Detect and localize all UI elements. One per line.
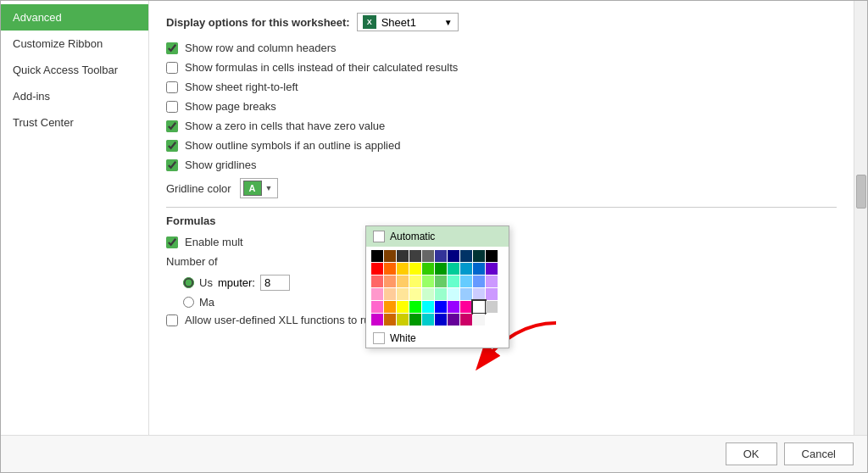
- color-cell[interactable]: [384, 275, 396, 287]
- color-cell[interactable]: [422, 301, 434, 313]
- color-cell[interactable]: [486, 314, 498, 326]
- color-cell[interactable]: [486, 301, 498, 313]
- color-cell[interactable]: [448, 263, 459, 275]
- checkbox-formulas-cells[interactable]: [166, 62, 178, 74]
- color-cell[interactable]: [397, 263, 409, 275]
- color-cell[interactable]: [473, 275, 485, 287]
- label-formulas-cells[interactable]: Show formulas in cells instead of their …: [185, 61, 458, 74]
- color-cell[interactable]: [435, 288, 447, 300]
- color-cell[interactable]: [460, 314, 472, 326]
- sidebar-item-add-ins[interactable]: Add-ins: [1, 83, 148, 109]
- sidebar-item-trust-center[interactable]: Trust Center: [1, 109, 148, 136]
- sidebar-item-customize-ribbon[interactable]: Customize Ribbon: [1, 31, 148, 57]
- color-cell[interactable]: [371, 301, 383, 313]
- color-cell[interactable]: [409, 314, 421, 326]
- checkbox-enable-multi[interactable]: [166, 236, 178, 248]
- sidebar-item-quick-access-toolbar[interactable]: Quick Access Toolbar: [1, 57, 148, 83]
- white-label: White: [390, 332, 416, 344]
- color-cell[interactable]: [409, 250, 421, 262]
- color-cell[interactable]: [486, 275, 498, 287]
- color-cell[interactable]: [409, 301, 421, 313]
- color-cell[interactable]: [448, 288, 459, 300]
- color-cell[interactable]: [486, 250, 498, 262]
- sidebar: Advanced Customize Ribbon Quick Access T…: [1, 1, 149, 435]
- gridline-color-picker-button[interactable]: A ▼: [240, 178, 278, 198]
- label-use-computer: Us: [199, 276, 213, 289]
- white-color-row[interactable]: White: [366, 329, 509, 348]
- label-zero-cells[interactable]: Show a zero in cells that have zero valu…: [185, 120, 385, 132]
- color-cell[interactable]: [435, 301, 447, 313]
- color-cell[interactable]: [397, 275, 409, 287]
- color-cell[interactable]: [371, 263, 383, 275]
- checkbox-outline-symbols[interactable]: [166, 140, 178, 152]
- color-cell[interactable]: [422, 250, 434, 262]
- color-cell[interactable]: [435, 314, 447, 326]
- color-cell[interactable]: [473, 301, 485, 313]
- color-picker-popup[interactable]: Automatic White: [365, 225, 509, 348]
- color-cell[interactable]: [448, 314, 459, 326]
- color-cell[interactable]: [397, 288, 409, 300]
- sidebar-item-advanced[interactable]: Advanced: [1, 4, 148, 31]
- color-cell[interactable]: [460, 288, 472, 300]
- color-cell[interactable]: [371, 250, 383, 262]
- color-cell[interactable]: [422, 263, 434, 275]
- color-cell[interactable]: [473, 250, 485, 262]
- label-right-to-left[interactable]: Show sheet right-to-left: [185, 81, 298, 93]
- color-cell[interactable]: [460, 263, 472, 275]
- cancel-button[interactable]: Cancel: [784, 442, 854, 465]
- color-cell[interactable]: [460, 250, 472, 262]
- color-cell[interactable]: [422, 275, 434, 287]
- radio-use-computer[interactable]: [183, 277, 194, 288]
- radio-manual[interactable]: [183, 297, 194, 308]
- color-cell[interactable]: [371, 288, 383, 300]
- checkbox-row-right-to-left: Show sheet right-to-left: [166, 81, 837, 93]
- scrollbar-thumb[interactable]: [856, 175, 866, 209]
- label-gridlines[interactable]: Show gridlines: [185, 159, 257, 171]
- color-cell[interactable]: [371, 275, 383, 287]
- checkbox-zero-cells[interactable]: [166, 120, 178, 132]
- color-cell[interactable]: [460, 301, 472, 313]
- color-cell[interactable]: [473, 263, 485, 275]
- color-cell[interactable]: [371, 314, 383, 326]
- color-cell[interactable]: [397, 301, 409, 313]
- color-cell[interactable]: [486, 263, 498, 275]
- scrollbar[interactable]: [854, 1, 867, 435]
- color-cell[interactable]: [397, 314, 409, 326]
- color-cell[interactable]: [486, 288, 498, 300]
- color-cell[interactable]: [384, 314, 396, 326]
- computer-count-input[interactable]: [260, 275, 290, 291]
- color-cell[interactable]: [397, 250, 409, 262]
- label-outline-symbols[interactable]: Show outline symbols if an outline is ap…: [185, 139, 400, 152]
- excel-options-dialog: Advanced Customize Ribbon Quick Access T…: [0, 0, 868, 473]
- sheet-name: Sheet1: [381, 16, 416, 29]
- color-cell[interactable]: [409, 275, 421, 287]
- color-cell[interactable]: [409, 263, 421, 275]
- color-cell[interactable]: [384, 263, 396, 275]
- color-cell[interactable]: [384, 301, 396, 313]
- color-cell[interactable]: [435, 250, 447, 262]
- label-page-breaks[interactable]: Show page breaks: [185, 100, 276, 113]
- color-cell[interactable]: [448, 275, 459, 287]
- color-cell[interactable]: [384, 250, 396, 262]
- color-cell[interactable]: [409, 288, 421, 300]
- color-cell[interactable]: [473, 288, 485, 300]
- automatic-color-row[interactable]: Automatic: [366, 226, 509, 247]
- checkbox-page-breaks[interactable]: [166, 101, 178, 113]
- checkbox-row-col-headers[interactable]: [166, 42, 178, 54]
- color-cell[interactable]: [473, 314, 485, 326]
- color-cell[interactable]: [435, 275, 447, 287]
- color-cell[interactable]: [422, 314, 434, 326]
- ok-button[interactable]: OK: [726, 442, 777, 465]
- color-cell[interactable]: [448, 250, 459, 262]
- color-cell[interactable]: [435, 263, 447, 275]
- checkbox-right-to-left[interactable]: [166, 81, 178, 93]
- label-row-col-headers[interactable]: Show row and column headers: [185, 42, 337, 54]
- radio-row-use-computer: Us mputer:: [183, 275, 837, 291]
- color-cell[interactable]: [460, 275, 472, 287]
- checkbox-gridlines[interactable]: [166, 159, 178, 171]
- color-cell[interactable]: [422, 288, 434, 300]
- sheet-dropdown[interactable]: X Sheet1 ▼: [357, 13, 459, 31]
- color-cell[interactable]: [448, 301, 459, 313]
- color-cell[interactable]: [384, 288, 396, 300]
- checkbox-allow-xll[interactable]: [166, 314, 178, 326]
